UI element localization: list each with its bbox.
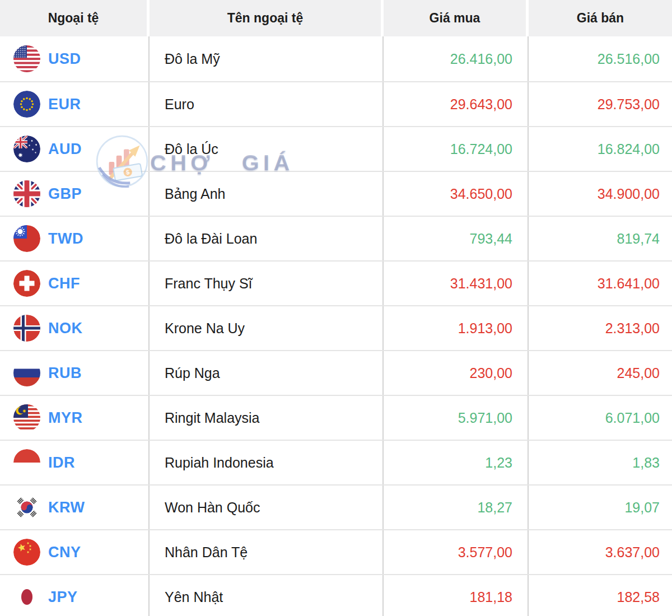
- norway-flag-icon: [13, 315, 40, 342]
- uk-flag-icon: [13, 180, 40, 207]
- indonesia-flag-icon: [13, 449, 40, 476]
- sell-price: 29.753,00: [598, 96, 660, 113]
- buy-price: 31.431,00: [450, 276, 512, 292]
- currency-code: KRW: [48, 499, 85, 516]
- currency-code: EUR: [48, 96, 81, 113]
- sell-price-cell: 3.637,00: [529, 530, 672, 574]
- currency-name-cell: Đô la Mỹ: [150, 36, 384, 81]
- currency-row[interactable]: KRW Won Hàn Quốc 18,27 19,07: [0, 484, 672, 529]
- currency-code: AUD: [48, 141, 82, 158]
- sell-price-cell: 29.753,00: [529, 82, 672, 126]
- currency-name: Franc Thụy Sĩ: [165, 276, 253, 292]
- sell-price: 182,58: [617, 589, 660, 605]
- buy-price: 26.416,00: [450, 51, 512, 67]
- currency-name: Rupiah Indonesia: [165, 455, 274, 471]
- sell-price-cell: 2.313,00: [529, 306, 672, 350]
- currency-row[interactable]: CNY Nhân Dân Tệ 3.577,00 3.637,00: [0, 529, 672, 574]
- currency-row[interactable]: CHF Franc Thụy Sĩ 31.431,00 31.641,00: [0, 260, 672, 305]
- china-flag-icon: [13, 539, 40, 566]
- currency-code: NOK: [48, 320, 83, 337]
- currency-name-cell: Bảng Anh: [150, 172, 384, 216]
- currency-cell: NOK: [0, 306, 150, 350]
- currency-cell: CNY: [0, 530, 150, 574]
- currency-name-cell: Rúp Nga: [150, 351, 384, 395]
- currency-cell: MYR: [0, 396, 150, 440]
- currency-cell: RUB: [0, 351, 150, 395]
- buy-price: 34.650,00: [450, 186, 512, 202]
- currency-code: CNY: [48, 544, 81, 561]
- currency-row[interactable]: RUB Rúp Nga 230,00 245,00: [0, 350, 672, 395]
- currency-code: GBP: [48, 185, 82, 203]
- australia-flag-icon: [13, 136, 40, 162]
- currency-name-cell: Đô la Đài Loan: [150, 217, 384, 260]
- buy-price-cell: 181,18: [384, 575, 529, 616]
- currency-cell: AUD: [0, 127, 150, 171]
- currency-code: JPY: [48, 589, 78, 606]
- us-flag-icon: [13, 45, 40, 72]
- currency-name-cell: Nhân Dân Tệ: [150, 530, 384, 574]
- currency-cell: GBP: [0, 172, 150, 216]
- buy-price-cell: 31.431,00: [384, 262, 529, 305]
- buy-price-cell: 1,23: [384, 441, 529, 484]
- taiwan-flag-icon: [13, 225, 40, 252]
- currency-row[interactable]: USD Đô la Mỹ 26.416,00 26.516,00: [0, 36, 672, 81]
- exchange-rate-page: Ngoại tệ Tên ngoại tệ Giá mua Giá bán US…: [0, 0, 672, 616]
- buy-price-cell: 29.643,00: [384, 82, 529, 126]
- japan-flag-icon: [13, 584, 40, 610]
- switzerland-flag-icon: [13, 270, 40, 297]
- sell-price: 16.824,00: [598, 141, 660, 157]
- currency-cell: JPY: [0, 575, 150, 616]
- currency-name-cell: Won Hàn Quốc: [150, 486, 384, 529]
- sell-price-cell: 1,83: [529, 441, 672, 484]
- currency-code: CHF: [48, 275, 80, 292]
- header-buy-price: Giá mua: [384, 0, 529, 36]
- currency-name-cell: Yên Nhật: [150, 575, 384, 616]
- currency-row[interactable]: TWD Đô la Đài Loan 793,44 819,74: [0, 216, 672, 260]
- sell-price: 26.516,00: [598, 51, 660, 67]
- buy-price: 181,18: [470, 589, 512, 605]
- currency-name-cell: Krone Na Uy: [150, 306, 384, 350]
- buy-price: 230,00: [470, 365, 512, 381]
- sell-price-cell: 34.900,00: [529, 172, 672, 216]
- currency-cell: IDR: [0, 441, 150, 484]
- currency-row[interactable]: AUD Đô la Úc 16.724,00 16.824,00: [0, 126, 672, 171]
- sell-price-cell: 6.071,00: [529, 396, 672, 440]
- currency-code: IDR: [48, 454, 75, 472]
- buy-price-cell: 230,00: [384, 351, 529, 395]
- sell-price: 2.313,00: [605, 320, 660, 337]
- buy-price-cell: 3.577,00: [384, 530, 529, 574]
- currency-row[interactable]: IDR Rupiah Indonesia 1,23 1,83: [0, 440, 672, 484]
- currency-code: TWD: [48, 230, 83, 248]
- currency-code: RUB: [48, 365, 82, 382]
- sell-price: 34.900,00: [598, 186, 660, 202]
- buy-price-cell: 26.416,00: [384, 36, 529, 81]
- malaysia-flag-icon: [13, 404, 40, 431]
- currency-row[interactable]: NOK Krone Na Uy 1.913,00 2.313,00: [0, 305, 672, 350]
- buy-price: 18,27: [477, 500, 512, 516]
- sell-price-cell: 819,74: [529, 217, 672, 260]
- header-sell-price: Giá bán: [529, 0, 672, 36]
- sell-price-cell: 19,07: [529, 486, 672, 529]
- currency-name: Rúp Nga: [165, 365, 220, 381]
- currency-cell: EUR: [0, 82, 150, 126]
- south-korea-flag-icon: [13, 494, 40, 521]
- currency-row[interactable]: EUR Euro 29.643,00 29.753,00: [0, 81, 672, 126]
- buy-price-cell: 18,27: [384, 486, 529, 529]
- buy-price: 5.971,00: [458, 410, 512, 426]
- currency-name: Krone Na Uy: [165, 320, 245, 337]
- buy-price: 1.913,00: [458, 320, 512, 337]
- currency-name-cell: Euro: [150, 82, 384, 126]
- header-currency-name: Tên ngoại tệ: [150, 0, 384, 36]
- buy-price-cell: 1.913,00: [384, 306, 529, 350]
- currency-name: Đô la Mỹ: [165, 51, 220, 67]
- currency-row[interactable]: GBP Bảng Anh 34.650,00 34.900,00: [0, 171, 672, 216]
- sell-price: 3.637,00: [605, 544, 660, 561]
- currency-name-cell: Đô la Úc: [150, 127, 384, 171]
- currency-cell: CHF: [0, 262, 150, 305]
- currency-name: Bảng Anh: [165, 186, 225, 202]
- currency-row[interactable]: JPY Yên Nhật 181,18 182,58: [0, 574, 672, 616]
- currency-name: Nhân Dân Tệ: [165, 544, 248, 561]
- currency-row[interactable]: MYR Ringit Malaysia 5.971,00 6.071,00: [0, 395, 672, 440]
- sell-price-cell: 16.824,00: [529, 127, 672, 171]
- currency-name: Won Hàn Quốc: [165, 500, 260, 516]
